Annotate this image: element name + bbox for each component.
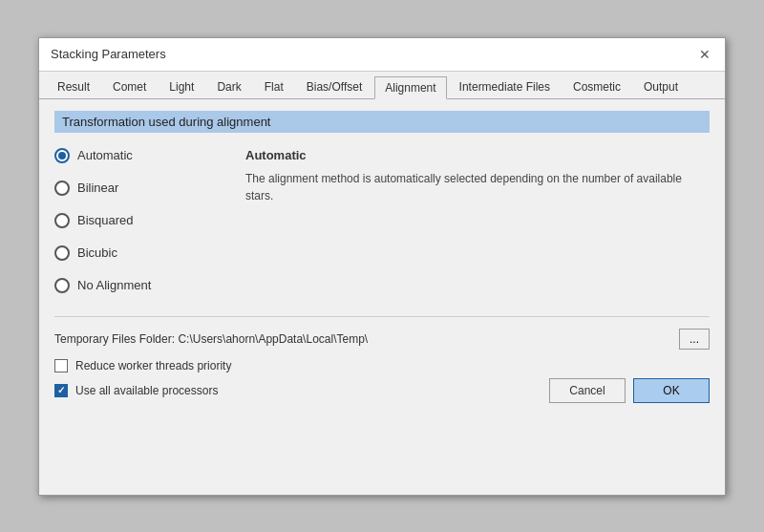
cancel-button[interactable]: Cancel (549, 378, 626, 403)
temp-folder-row: Temporary Files Folder: C:\Users\ahorn\A… (54, 329, 710, 350)
radio-item-no-alignment[interactable]: No Alignment (54, 278, 226, 293)
tab-dark[interactable]: Dark (206, 75, 251, 98)
radio-item-bilinear[interactable]: Bilinear (54, 181, 226, 196)
checkbox-use-all-processors[interactable] (54, 384, 68, 397)
tab-alignment[interactable]: Alignment (374, 76, 446, 99)
tab-light[interactable]: Light (159, 75, 204, 98)
bottom-area: Reduce worker threads priorityUse all av… (54, 359, 710, 403)
tab-bias-offset[interactable]: Bias/Offset (296, 75, 372, 98)
radio-label-automatic: Automatic (77, 148, 133, 162)
radio-label-bilinear: Bilinear (77, 181, 118, 195)
browse-button[interactable]: ... (679, 329, 710, 350)
selected-option-description: The alignment method is automatically se… (245, 170, 710, 204)
checkbox-row-use-all-processors[interactable]: Use all available processors (54, 384, 231, 397)
radio-item-bisquared[interactable]: Bisquared (54, 213, 226, 228)
tab-cosmetic[interactable]: Cosmetic (562, 75, 631, 98)
radio-item-bicubic[interactable]: Bicubic (54, 245, 226, 261)
tab-comet[interactable]: Comet (102, 75, 157, 98)
radio-bisquared[interactable] (54, 213, 70, 228)
tab-intermediate-files[interactable]: Intermediate Files (449, 75, 561, 98)
radio-label-no-alignment: No Alignment (77, 278, 151, 292)
tab-output[interactable]: Output (633, 75, 689, 98)
title-bar: Stacking Parameters ✕ (39, 38, 725, 72)
temp-folder-label: Temporary Files Folder: C:\Users\ahorn\A… (54, 332, 368, 346)
tab-result[interactable]: Result (47, 75, 100, 98)
checkbox-label-use-all-processors: Use all available processors (75, 384, 218, 397)
checkboxes: Reduce worker threads priorityUse all av… (54, 359, 231, 403)
section-header: Transformation used during alignment (54, 111, 710, 133)
radio-bicubic[interactable] (54, 245, 70, 261)
checkbox-row-reduce-threads[interactable]: Reduce worker threads priority (54, 359, 231, 372)
tab-bar: ResultCometLightDarkFlatBias/OffsetAlign… (39, 72, 725, 99)
radio-automatic[interactable] (54, 148, 70, 163)
description-panel: Automatic The alignment method is automa… (245, 148, 710, 293)
bottom-section: Temporary Files Folder: C:\Users\ahorn\A… (54, 316, 710, 403)
radio-bilinear[interactable] (54, 181, 70, 196)
ok-button[interactable]: OK (633, 378, 710, 403)
radio-item-automatic[interactable]: Automatic (54, 148, 226, 163)
tab-flat[interactable]: Flat (254, 75, 294, 98)
content-area: Transformation used during alignment Aut… (39, 99, 725, 415)
checkbox-label-reduce-threads: Reduce worker threads priority (75, 359, 231, 372)
main-area: AutomaticBilinearBisquaredBicubicNo Alig… (54, 148, 710, 293)
radio-no-alignment[interactable] (54, 278, 70, 293)
checkbox-reduce-threads[interactable] (54, 359, 68, 372)
selected-option-title: Automatic (245, 148, 710, 162)
stacking-parameters-window: Stacking Parameters ✕ ResultCometLightDa… (38, 37, 726, 496)
close-button[interactable]: ✕ (696, 46, 713, 63)
radio-label-bicubic: Bicubic (77, 245, 117, 260)
radio-label-bisquared: Bisquared (77, 213, 134, 227)
transformation-radio-group: AutomaticBilinearBisquaredBicubicNo Alig… (54, 148, 226, 293)
action-buttons: Cancel OK (549, 378, 710, 403)
window-title: Stacking Parameters (51, 47, 166, 61)
radio-panel: AutomaticBilinearBisquaredBicubicNo Alig… (54, 148, 226, 293)
